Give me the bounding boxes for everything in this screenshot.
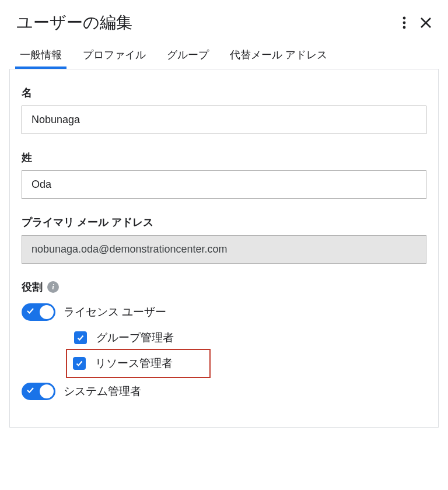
license-user-label: ライセンス ユーザー — [64, 304, 166, 320]
system-admin-toggle[interactable] — [22, 383, 55, 400]
page-title: ユーザーの編集 — [16, 12, 132, 34]
svg-point-2 — [403, 26, 406, 29]
system-admin-label: システム管理者 — [64, 384, 141, 399]
first-name-field[interactable] — [22, 106, 426, 134]
svg-point-1 — [403, 22, 406, 24]
roles-section-label: 役割 — [22, 280, 43, 294]
svg-point-0 — [403, 17, 406, 20]
group-admin-checkbox[interactable] — [74, 331, 87, 344]
group-admin-label: グループ管理者 — [96, 330, 174, 345]
more-icon[interactable] — [402, 16, 406, 30]
info-icon[interactable]: i — [47, 281, 59, 293]
first-name-label: 名 — [22, 86, 426, 100]
tab-bar: 一般情報 プロファイル グループ 代替メール アドレス — [0, 38, 448, 69]
check-icon — [26, 307, 34, 317]
check-icon — [26, 386, 34, 397]
general-panel: 名 姓 プライマリ メール アドレス 役割 i ライセンス ユーザー — [9, 69, 439, 428]
tab-general[interactable]: 一般情報 — [20, 48, 62, 69]
close-icon[interactable] — [420, 17, 432, 29]
resource-admin-highlight: リソース管理者 — [66, 349, 211, 378]
tab-alt-email[interactable]: 代替メール アドレス — [230, 48, 327, 69]
primary-email-field — [22, 235, 426, 264]
tab-groups[interactable]: グループ — [167, 48, 209, 69]
resource-admin-checkbox[interactable] — [73, 357, 86, 370]
tab-profile[interactable]: プロファイル — [83, 48, 146, 69]
license-user-toggle[interactable] — [22, 303, 55, 321]
primary-email-label: プライマリ メール アドレス — [22, 215, 426, 229]
resource-admin-label: リソース管理者 — [95, 356, 173, 371]
last-name-label: 姓 — [22, 150, 426, 164]
last-name-field[interactable] — [22, 170, 426, 199]
